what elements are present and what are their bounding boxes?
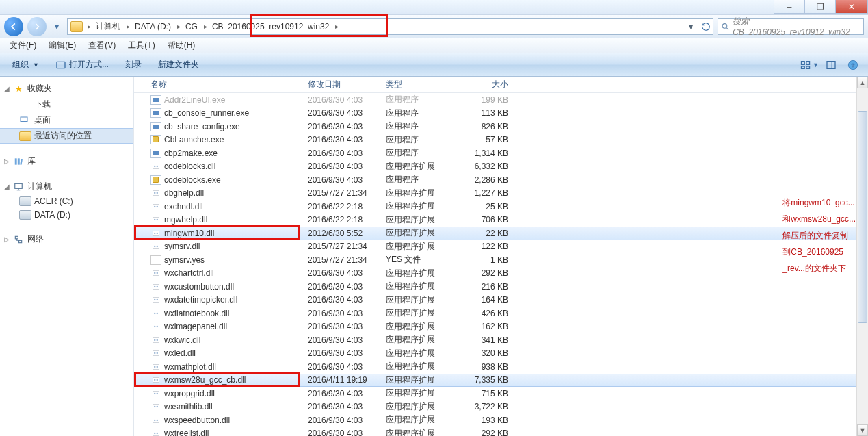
sidebar-item-drive-c[interactable]: ACER (C:): [0, 194, 133, 208]
breadcrumb-computer[interactable]: 计算机: [93, 19, 124, 34]
scroll-down-button[interactable]: ▼: [857, 424, 868, 436]
history-dropdown[interactable]: ▾: [51, 18, 63, 35]
organize-button[interactable]: 组织▼: [5, 56, 46, 73]
file-date: 2015/7/27 21:34: [302, 253, 380, 267]
new-folder-button[interactable]: 新建文件夹: [151, 56, 206, 73]
file-row[interactable]: symsrv.yes2015/7/27 21:34YES 文件1 KB: [134, 253, 868, 267]
breadcrumb-box[interactable]: ▸ 计算机▸ DATA (D:)▸ CG▸ CB_20160925_rev109…: [67, 18, 713, 35]
column-date[interactable]: 修改日期: [302, 77, 380, 92]
refresh-button[interactable]: [698, 19, 713, 34]
file-row[interactable]: codeblocks.dll2016/9/30 4:03应用程序扩展6,332 …: [134, 160, 868, 174]
file-row[interactable]: cb_console_runner.exe2016/9/30 4:03应用程序1…: [134, 107, 868, 120]
drive-icon: [19, 196, 31, 206]
back-button[interactable]: [4, 17, 23, 36]
file-row[interactable]: Addr2LineUI.exe2016/9/30 4:03应用程序199 KB: [134, 93, 868, 107]
file-row[interactable]: wximagepanel.dll2016/9/30 4:03应用程序扩展162 …: [134, 320, 868, 334]
svg-rect-20: [153, 191, 159, 196]
sidebar-item-desktop[interactable]: 桌面: [0, 112, 133, 128]
file-type: 应用程序扩展: [380, 387, 454, 400]
svg-point-55: [157, 352, 158, 354]
file-row[interactable]: wxpropgrid.dll2016/9/30 4:03应用程序扩展715 KB: [134, 387, 868, 400]
breadcrumb-cg[interactable]: CG: [183, 19, 202, 34]
svg-point-46: [157, 313, 158, 314]
sidebar-favorites[interactable]: ◢★收藏夹: [0, 81, 133, 97]
file-date: 2016/9/30 4:03: [302, 107, 380, 120]
file-row[interactable]: wxkwic.dll2016/9/30 4:03应用程序扩展341 KB: [134, 333, 868, 347]
maximize-button[interactable]: ❐: [804, 0, 836, 14]
file-icon: [150, 282, 161, 292]
menu-help[interactable]: 帮助(H): [162, 38, 201, 53]
sidebar-item-drive-d[interactable]: DATA (D:): [0, 208, 133, 222]
file-row[interactable]: wxdatetimepicker.dll2016/9/30 4:03应用程序扩展…: [134, 294, 868, 307]
file-row[interactable]: wxtreelist.dll2016/9/30 4:03应用程序扩展292 KB: [134, 427, 868, 437]
breadcrumb-drive[interactable]: DATA (D:): [132, 19, 175, 34]
sidebar-item-downloads[interactable]: 下载: [0, 97, 133, 112]
file-row[interactable]: wxcustombutton.dll2016/9/30 4:03应用程序扩展21…: [134, 280, 868, 294]
file-name: wxmathplot.dll: [164, 362, 216, 372]
file-row[interactable]: wxchartctrl.dll2016/9/30 4:03应用程序扩展292 K…: [134, 267, 868, 281]
navigation-pane: ◢★收藏夹 下载 桌面 最近访问的位置 ▷库 ◢计算机 ACER (C:) DA…: [0, 77, 134, 436]
sidebar-network[interactable]: ▷网络: [0, 231, 133, 247]
close-button[interactable]: ✕: [835, 0, 868, 14]
svg-rect-11: [15, 158, 17, 164]
menu-file[interactable]: 文件(F): [4, 38, 42, 53]
breadcrumb-current[interactable]: CB_20160925_rev10912_win32: [209, 19, 333, 34]
file-date: 2016/6/22 2:18: [302, 200, 380, 214]
file-row[interactable]: codeblocks.exe2016/9/30 4:03应用程序2,286 KB: [134, 173, 868, 187]
file-row[interactable]: wxmsw28u_gcc_cb.dll2016/4/11 19:19应用程序扩展…: [134, 374, 868, 387]
menu-view[interactable]: 查看(V): [83, 38, 121, 53]
svg-rect-23: [153, 204, 159, 209]
scrollbar[interactable]: ▲ ▼: [856, 77, 868, 436]
file-row[interactable]: wxsmithlib.dll2016/9/30 4:03应用程序扩展3,722 …: [134, 400, 868, 414]
file-row[interactable]: mgwhelp.dll2016/6/22 2:18应用程序扩展706 KB: [134, 214, 868, 227]
view-options-button[interactable]: ▼: [800, 57, 819, 73]
file-row[interactable]: dbghelp.dll2015/7/27 21:34应用程序扩展1,227 KB: [134, 187, 868, 201]
scroll-up-button[interactable]: ▲: [857, 77, 868, 88]
sidebar-computer[interactable]: ◢计算机: [0, 179, 133, 194]
svg-point-33: [154, 246, 155, 247]
file-date: 2016/9/30 4:03: [302, 360, 380, 374]
file-type: 应用程序: [380, 93, 454, 107]
file-type: 应用程序扩展: [380, 413, 454, 427]
open-with-button[interactable]: 打开方式...: [49, 56, 116, 73]
file-icon: [150, 348, 161, 358]
burn-button[interactable]: 刻录: [118, 56, 148, 73]
address-dropdown[interactable]: ▾: [683, 19, 698, 34]
help-button[interactable]: ?: [843, 57, 863, 73]
column-name[interactable]: 名称: [134, 77, 302, 92]
file-row[interactable]: wxmathplot.dll2016/9/30 4:03应用程序扩展938 KB: [134, 360, 868, 374]
file-size: 193 KB: [454, 413, 514, 427]
file-row[interactable]: cbp2make.exe2016/9/30 4:03应用程序1,314 KB: [134, 146, 868, 160]
file-row[interactable]: CbLauncher.exe2016/9/30 4:03应用程序57 KB: [134, 133, 868, 147]
file-size: 341 KB: [454, 333, 514, 347]
file-row[interactable]: wxflatnotebook.dll2016/9/30 4:03应用程序扩展42…: [134, 307, 868, 320]
file-row[interactable]: mingwm10.dll2012/6/30 5:52应用程序扩展22 KB: [134, 227, 868, 240]
preview-pane-button[interactable]: [821, 57, 841, 73]
svg-rect-71: [153, 431, 159, 436]
file-row[interactable]: wxspeedbutton.dll2016/9/30 4:03应用程序扩展193…: [134, 413, 868, 427]
file-icon: [150, 242, 161, 251]
file-row[interactable]: wxled.dll2016/9/30 4:03应用程序扩展320 KB: [134, 347, 868, 361]
scroll-thumb[interactable]: [858, 111, 867, 323]
file-date: 2016/9/30 4:03: [302, 320, 380, 334]
menu-edit[interactable]: 编辑(E): [43, 38, 81, 53]
titlebar: – ❐ ✕: [0, 0, 868, 15]
column-type[interactable]: 类型: [380, 77, 454, 92]
forward-button[interactable]: [27, 17, 47, 36]
file-size: 3,722 KB: [454, 400, 514, 414]
search-placeholder: 搜索 CB_20160925_rev10912_win32: [733, 16, 860, 37]
file-row[interactable]: exchndl.dll2016/6/22 2:18应用程序扩展25 KB: [134, 200, 868, 214]
file-name: Addr2LineUI.exe: [164, 95, 225, 105]
search-icon: [721, 22, 730, 31]
file-row[interactable]: symsrv.dll2015/7/27 21:34应用程序扩展122 KB: [134, 240, 868, 254]
annotation-text: 将mingwm10_gcc... 和wxmsw28u_gcc... 解压后的文件…: [782, 194, 856, 277]
svg-point-64: [157, 393, 158, 394]
column-size[interactable]: 大小: [454, 77, 514, 92]
file-type: 应用程序: [380, 146, 454, 160]
sidebar-item-recent[interactable]: 最近访问的位置: [0, 128, 133, 144]
minimize-button[interactable]: –: [774, 0, 805, 14]
sidebar-libraries[interactable]: ▷库: [0, 153, 133, 169]
menu-tools[interactable]: 工具(T): [122, 38, 160, 53]
search-input[interactable]: 搜索 CB_20160925_rev10912_win32: [718, 18, 864, 35]
file-row[interactable]: cb_share_config.exe2016/9/30 4:03应用程序826…: [134, 120, 868, 133]
